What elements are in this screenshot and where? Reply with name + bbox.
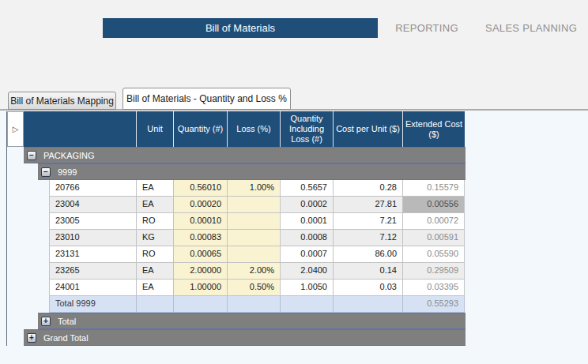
cost-per-unit-cell[interactable]: 0.03 (334, 280, 403, 296)
item-cell: 23004 (49, 197, 137, 213)
unit-cell: RO (137, 246, 174, 263)
collapse-icon[interactable]: − (27, 151, 36, 160)
loss-cell[interactable]: 2.00% (228, 263, 281, 280)
quantity-cell[interactable]: 2.00000 (174, 263, 228, 280)
cost-per-unit-cell[interactable]: 7.21 (334, 213, 403, 230)
unit-cell (137, 296, 174, 313)
nav-bill-of-materials-button[interactable]: Bill of Materials (103, 18, 378, 38)
nav-reporting[interactable]: REPORTING (392, 18, 462, 38)
unit-cell: EA (137, 263, 174, 280)
cost-per-unit-cell[interactable]: 27.81 (334, 197, 403, 213)
table-row-23010: 23010 KG 0.00083 0.0008 7.12 0.00591 (49, 230, 466, 246)
column-header-cost-per-unit: Cost per Unit ($) (334, 111, 403, 147)
quantity-cell[interactable]: 0.00020 (174, 197, 228, 213)
quantity-cell[interactable]: 0.00083 (174, 230, 228, 246)
expand-icon[interactable]: + (27, 333, 36, 343)
subtotal-label-cell: Total 9999 (49, 296, 137, 313)
table-row-23004: 23004 EA 0.00020 0.0002 27.81 0.00556 (49, 197, 466, 213)
quantity-including-loss-cell[interactable]: 0.0007 (281, 246, 334, 263)
quantity-cell[interactable]: 0.00010 (174, 213, 228, 230)
item-cell: 24001 (49, 280, 137, 296)
extended-cost-cell-selected[interactable]: 0.00556 (403, 197, 465, 213)
group-label: 9999 (58, 167, 77, 177)
quantity-cell[interactable]: 0.00065 (174, 246, 228, 263)
table-row-23005: 23005 RO 0.00010 0.0001 7.21 0.00072 (49, 213, 466, 230)
cost-per-unit-cell[interactable]: 0.28 (334, 180, 403, 197)
loss-cell[interactable]: 0.50% (228, 280, 281, 296)
item-cell: 23131 (49, 246, 137, 263)
quantity-including-loss-cell[interactable]: 2.0400 (281, 263, 334, 280)
tab-bill-of-materials-mapping[interactable]: Bill of Materials Mapping (8, 92, 116, 110)
unit-cell: EA (137, 180, 174, 197)
group-label: PACKAGING (43, 151, 95, 160)
loss-cell[interactable]: 1.00% (228, 180, 281, 197)
column-header-quantity: Quantity (#) (174, 111, 228, 147)
unit-cell: EA (137, 197, 174, 213)
column-header-unit: Unit (137, 111, 174, 147)
column-header-extended-cost: Extended Cost ($) (403, 111, 465, 147)
group-label: Grand Total (43, 333, 89, 343)
extended-cost-cell: 0.55293 (403, 296, 465, 313)
extended-cost-cell[interactable]: 0.03395 (403, 280, 465, 296)
column-header-loss: Loss (%) (228, 111, 281, 147)
unit-cell: EA (137, 280, 174, 296)
loss-cell[interactable] (228, 213, 281, 230)
quantity-cell[interactable]: 0.56010 (174, 180, 228, 197)
item-cell: 23265 (49, 263, 137, 280)
row-expander-cell[interactable]: ▷ (7, 111, 24, 147)
extended-cost-cell[interactable]: 0.00072 (403, 213, 465, 230)
nav-sales-planning[interactable]: SALES PLANNING (481, 18, 582, 38)
cost-per-unit-cell[interactable]: 0.14 (334, 263, 403, 280)
loss-cell[interactable] (228, 197, 281, 213)
extended-cost-cell[interactable]: 0.15579 (403, 180, 465, 197)
quantity-including-loss-cell[interactable]: 0.5657 (281, 180, 334, 197)
tab-bill-of-materials-quantity-loss[interactable]: Bill of Materials - Quantity and Loss % (122, 88, 291, 110)
group-row-total[interactable]: + Total (38, 313, 466, 329)
table-row-20766: 20766 EA 0.56010 1.00% 0.5657 0.28 0.155… (49, 180, 466, 197)
unit-cell: RO (137, 213, 174, 230)
extended-cost-cell[interactable]: 0.00591 (403, 230, 465, 246)
table-row-23131: 23131 RO 0.00065 0.0007 86.00 0.05590 (49, 246, 466, 263)
expand-arrow-icon: ▷ (13, 125, 19, 133)
extended-cost-cell[interactable]: 0.05590 (403, 246, 465, 263)
quantity-including-loss-cell (281, 296, 334, 313)
quantity-including-loss-cell[interactable]: 0.0001 (281, 213, 334, 230)
item-cell: 20766 (49, 180, 137, 197)
quantity-including-loss-cell[interactable]: 0.0008 (281, 230, 334, 246)
subtotal-row-9999: Total 9999 0.55293 (49, 296, 466, 313)
loss-cell[interactable] (228, 230, 281, 246)
expand-icon[interactable]: + (41, 317, 51, 326)
quantity-cell[interactable]: 1.00000 (174, 280, 228, 296)
item-cell: 23010 (49, 230, 137, 246)
item-cell: 23005 (49, 213, 137, 230)
collapse-icon[interactable]: − (41, 167, 51, 177)
table-row-24001: 24001 EA 1.00000 0.50% 1.0050 0.03 0.033… (49, 280, 466, 296)
grid-header-row: ▷ Unit Quantity (#) Loss (%) Quantity In… (7, 111, 466, 147)
extended-cost-cell[interactable]: 0.29509 (403, 263, 465, 280)
loss-cell (228, 296, 281, 313)
group-row-9999[interactable]: − 9999 (38, 163, 466, 180)
cost-per-unit-cell (334, 296, 403, 313)
group-row-grand-total[interactable]: + Grand Total (24, 329, 466, 346)
column-header-quantity-including-loss: Quantity Including Loss (#) (281, 111, 334, 147)
quantity-including-loss-cell[interactable]: 1.0050 (281, 280, 334, 296)
table-row-23265: 23265 EA 2.00000 2.00% 2.0400 0.14 0.295… (49, 263, 466, 280)
bom-grid: ▷ Unit Quantity (#) Loss (%) Quantity In… (6, 111, 466, 346)
group-label: Total (58, 317, 76, 326)
loss-cell[interactable] (228, 246, 281, 263)
column-header-item (24, 111, 137, 147)
quantity-including-loss-cell[interactable]: 0.0002 (281, 197, 334, 213)
group-row-packaging[interactable]: − PACKAGING (24, 147, 466, 163)
unit-cell: KG (137, 230, 174, 246)
cost-per-unit-cell[interactable]: 86.00 (334, 246, 403, 263)
quantity-cell (174, 296, 228, 313)
cost-per-unit-cell[interactable]: 7.12 (334, 230, 403, 246)
